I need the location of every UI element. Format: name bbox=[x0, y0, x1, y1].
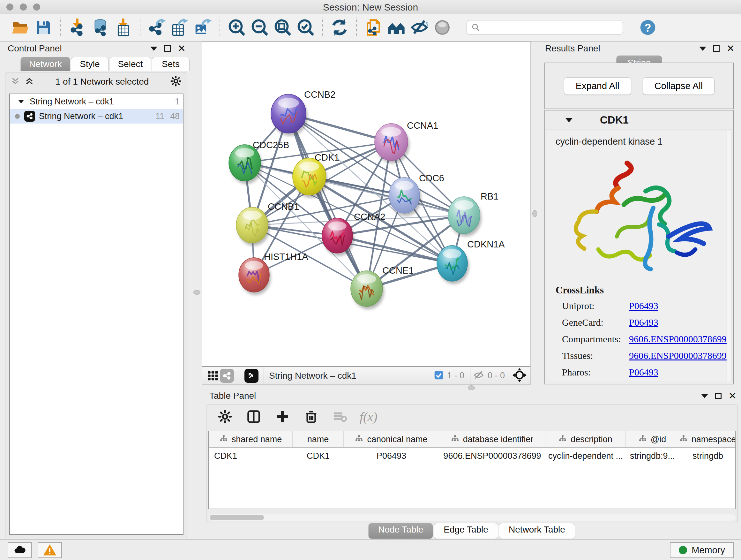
table-panel-close-icon[interactable]: ✕ bbox=[729, 393, 737, 399]
save-session-button[interactable] bbox=[32, 16, 55, 39]
tab-edge-table[interactable]: Edge Table bbox=[434, 523, 498, 539]
tab-network[interactable]: Network bbox=[20, 57, 70, 71]
birds-eye-view-icon[interactable] bbox=[245, 369, 259, 383]
network-collection-row[interactable]: String Network – cdk1 1 bbox=[10, 94, 183, 109]
panel-float-icon[interactable] bbox=[164, 45, 171, 52]
table-panel-float-icon[interactable] bbox=[715, 393, 722, 399]
node-CCNB2[interactable] bbox=[271, 94, 308, 136]
tab-select[interactable]: Select bbox=[109, 57, 151, 71]
column-header-database-identifier[interactable]: database identifier bbox=[439, 431, 545, 447]
network-canvas[interactable]: CCNB2 CCNA1 CDC25B CDK1 CDC6 RB1 CCNB1 bbox=[202, 42, 531, 385]
node-CCNA2[interactable] bbox=[322, 218, 354, 256]
right-splitter-handle[interactable] bbox=[532, 210, 537, 217]
clone-network-button[interactable] bbox=[362, 16, 385, 39]
table-hscrollbar[interactable] bbox=[208, 514, 736, 521]
node-CDK1[interactable] bbox=[293, 158, 327, 198]
cdk1-section-header[interactable]: CDK1 bbox=[545, 111, 733, 130]
single-network-mode-icon[interactable] bbox=[220, 369, 234, 383]
crosslink-link[interactable]: P06493 bbox=[629, 300, 658, 311]
collapse-all-networks-icon[interactable] bbox=[10, 76, 20, 87]
network-row[interactable]: String Network – cdk1 11 48 bbox=[10, 109, 183, 124]
crosslink-link[interactable]: 9606.ENSP00000378699 bbox=[629, 334, 727, 345]
tab-network-table[interactable]: Network Table bbox=[499, 523, 575, 539]
expand-all-button[interactable]: Expand All bbox=[564, 77, 631, 95]
edge-CCNB2-CCNE1[interactable] bbox=[288, 114, 367, 289]
table-settings-gear-icon[interactable] bbox=[216, 408, 234, 426]
left-splitter-handle[interactable] bbox=[193, 290, 200, 295]
column-tree-icon bbox=[558, 434, 567, 445]
collection-expand-icon[interactable] bbox=[18, 100, 24, 103]
import-network-from-file-button[interactable] bbox=[66, 16, 89, 39]
network-options-gear-icon[interactable] bbox=[170, 75, 182, 88]
cell-name[interactable]: CDK1 bbox=[293, 448, 344, 464]
memory-button[interactable]: Memory bbox=[670, 542, 734, 558]
table-hscrollbar-thumb[interactable] bbox=[210, 515, 264, 520]
column-header-canonical-name[interactable]: canonical name bbox=[344, 431, 439, 447]
import-network-from-database-button[interactable] bbox=[89, 16, 112, 39]
open-session-button[interactable] bbox=[9, 16, 32, 39]
help-button[interactable]: ? bbox=[636, 16, 659, 39]
fit-selected-crosshair-icon[interactable] bbox=[513, 368, 527, 383]
cell--id[interactable]: stringdb:9... bbox=[626, 448, 679, 464]
grid-mode-icon[interactable] bbox=[206, 369, 220, 383]
node-CDKN1A[interactable] bbox=[437, 246, 469, 284]
hide-selected-button[interactable] bbox=[408, 16, 431, 39]
create-column-plus-icon[interactable] bbox=[273, 408, 291, 426]
column-header--id[interactable]: @id bbox=[626, 431, 679, 447]
cdk1-collapse-icon[interactable] bbox=[565, 118, 572, 122]
crosslink-link[interactable]: P06493 bbox=[629, 367, 658, 378]
warnings-button[interactable] bbox=[38, 542, 62, 558]
zoom-out-button[interactable] bbox=[248, 16, 271, 39]
column-header-shared-name[interactable]: shared name bbox=[209, 431, 293, 447]
search-input[interactable] bbox=[467, 20, 623, 35]
tab-style[interactable]: Style bbox=[71, 57, 109, 71]
eye-slash-icon bbox=[410, 18, 428, 37]
zoom-in-button[interactable] bbox=[225, 16, 248, 39]
crosslink-link[interactable]: 9606.ENSP00000378699 bbox=[629, 350, 727, 361]
table-panel-menu-icon[interactable] bbox=[701, 394, 708, 398]
results-scrollbar[interactable] bbox=[727, 131, 731, 381]
column-header-name[interactable]: name bbox=[293, 431, 344, 447]
cloud-sync-button[interactable] bbox=[8, 542, 32, 558]
control-panel: Control Panel ✕ NetworkStyleSelectSets 1… bbox=[2, 42, 190, 540]
show-column-selector-icon[interactable] bbox=[245, 408, 263, 426]
export-table-button[interactable] bbox=[169, 16, 192, 39]
export-image-button[interactable] bbox=[192, 16, 214, 39]
tab-node-table[interactable]: Node Table bbox=[368, 523, 433, 539]
results-panel-float-icon[interactable] bbox=[713, 45, 720, 52]
first-neighbors-button[interactable] bbox=[385, 16, 408, 39]
cell-shared-name[interactable]: CDK1 bbox=[209, 448, 293, 464]
panel-close-icon[interactable]: ✕ bbox=[178, 45, 186, 52]
node-CCNA1[interactable] bbox=[375, 124, 409, 164]
graphics-detail-button[interactable] bbox=[431, 16, 454, 39]
zoom-fit-button[interactable] bbox=[271, 16, 294, 39]
node-CDC25B[interactable] bbox=[229, 145, 262, 184]
results-panel-close-icon[interactable]: ✕ bbox=[727, 45, 735, 52]
zoom-fit-icon bbox=[274, 18, 292, 37]
refresh-view-button[interactable] bbox=[328, 16, 351, 39]
zoom-selected-button[interactable] bbox=[294, 16, 317, 39]
column-tree-icon bbox=[355, 434, 363, 445]
collection-count: 1 bbox=[175, 97, 180, 107]
column-header-namespace[interactable]: namespace bbox=[679, 431, 736, 447]
delete-column-trash-icon[interactable] bbox=[302, 408, 320, 426]
cell-namespace[interactable]: stringdb bbox=[679, 448, 736, 464]
collapse-all-button[interactable]: Collapse All bbox=[643, 77, 715, 95]
results-panel-menu-icon[interactable] bbox=[699, 47, 706, 51]
node-RB1[interactable] bbox=[448, 197, 482, 237]
cell-description[interactable]: cyclin-dependent ... bbox=[545, 448, 626, 464]
cell-database-identifier[interactable]: 9606.ENSP00000378699 bbox=[439, 448, 545, 464]
tab-sets[interactable]: Sets bbox=[152, 57, 190, 71]
export-network-button[interactable] bbox=[145, 16, 169, 39]
crosslink-link[interactable]: P06493 bbox=[629, 317, 658, 328]
hidden-eye-slash-icon[interactable] bbox=[473, 369, 484, 382]
crosslink-row: Compartments:9606.ENSP00000378699 bbox=[562, 334, 728, 345]
node-HIST1H1A[interactable] bbox=[239, 258, 271, 295]
column-header-description[interactable]: description bbox=[545, 431, 626, 447]
import-table-from-file-button[interactable] bbox=[112, 16, 135, 39]
selected-checkbox-icon[interactable] bbox=[434, 370, 444, 381]
cell-canonical-name[interactable]: P06493 bbox=[344, 448, 439, 464]
panel-menu-icon[interactable] bbox=[150, 47, 157, 51]
node-CCNE1[interactable] bbox=[351, 271, 384, 309]
expand-all-networks-icon[interactable] bbox=[24, 76, 34, 87]
